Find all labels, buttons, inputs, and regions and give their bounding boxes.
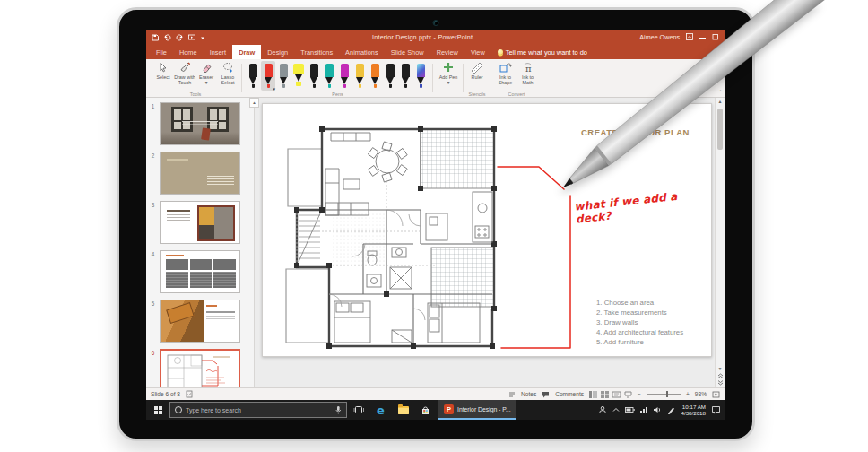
- start-button[interactable]: [146, 400, 169, 420]
- pen-teal[interactable]: [322, 61, 336, 91]
- pen-red[interactable]: ▾: [261, 61, 275, 91]
- tab-animations[interactable]: Animations: [339, 45, 385, 59]
- svg-text:π: π: [525, 64, 532, 74]
- lasso-select-button[interactable]: Lasso Select: [217, 60, 239, 85]
- thumbnail-image-1[interactable]: [160, 102, 240, 145]
- group-stencils: Ruler Stencils: [464, 60, 490, 98]
- thumbnail-image-6[interactable]: [160, 349, 240, 392]
- ink-to-shape-button[interactable]: Ink to Shape: [494, 60, 516, 85]
- thumbnail-slide-1[interactable]: 1: [146, 102, 254, 145]
- slide-canvas-area: CREATE A FLOOR PLAN: [255, 98, 715, 387]
- select-button[interactable]: Select: [152, 60, 174, 80]
- tab-view[interactable]: View: [464, 45, 491, 59]
- network-icon[interactable]: [640, 406, 648, 413]
- zoom-slider-thumb[interactable]: [666, 391, 669, 397]
- pen-tray-icon[interactable]: [667, 406, 675, 414]
- next-slide-icon[interactable]: [717, 380, 724, 386]
- task-view-icon[interactable]: [347, 400, 369, 420]
- highlighter-yellow[interactable]: [291, 61, 306, 91]
- pen-sparkle-1[interactable]: [383, 61, 397, 91]
- thumbnail-slide-2[interactable]: 2: [146, 152, 254, 195]
- mic-icon[interactable]: [334, 405, 342, 414]
- ruler-button[interactable]: Ruler: [467, 60, 487, 80]
- select-icon: [152, 61, 174, 74]
- tab-draw[interactable]: Draw: [232, 45, 261, 59]
- eraser-button[interactable]: Eraser ▾: [195, 60, 217, 85]
- comments-label[interactable]: Comments: [555, 391, 584, 397]
- slide-6-canvas[interactable]: CREATE A FLOOR PLAN: [262, 103, 712, 357]
- spellcheck-icon[interactable]: [186, 390, 193, 398]
- start-from-beginning-icon[interactable]: [188, 34, 195, 41]
- add-pen-button[interactable]: Add Pen ▾: [437, 60, 460, 85]
- thumbnail-image-5[interactable]: [160, 300, 240, 343]
- view-reading-icon[interactable]: [612, 391, 621, 398]
- vertical-scrollbar[interactable]: ▲ ▼: [715, 98, 725, 387]
- taskbar-search-box[interactable]: Type here to search: [169, 402, 347, 418]
- comments-icon[interactable]: [542, 391, 550, 398]
- thumbnail-image-3[interactable]: [160, 201, 240, 244]
- ribbon-display-options-icon[interactable]: [686, 33, 693, 42]
- zoom-level[interactable]: 93%: [695, 391, 707, 397]
- tab-insert[interactable]: Insert: [204, 45, 232, 59]
- pen-orange[interactable]: [368, 61, 382, 91]
- pen-black-1[interactable]: [246, 61, 260, 91]
- save-icon[interactable]: [152, 34, 159, 41]
- pen-sparkle-2[interactable]: [398, 61, 412, 91]
- ink-to-math-button[interactable]: π Ink to Math: [516, 60, 539, 85]
- fit-slide-icon[interactable]: [712, 391, 720, 398]
- thumbnail-slide-3[interactable]: 3: [146, 201, 254, 244]
- restore-icon[interactable]: [712, 33, 719, 42]
- pen-gold[interactable]: [352, 61, 367, 91]
- slide-indicator[interactable]: Slide 6 of 8: [151, 391, 180, 397]
- tell-me-box[interactable]: Tell me what you want to do: [491, 45, 594, 59]
- file-explorer-icon[interactable]: [392, 400, 414, 420]
- people-icon[interactable]: [598, 405, 607, 414]
- tab-file[interactable]: File: [150, 45, 173, 59]
- tab-review[interactable]: Review: [430, 45, 464, 59]
- group-pens: ▾ Pens: [242, 60, 433, 98]
- tab-slide-show[interactable]: Slide Show: [385, 45, 430, 59]
- view-slide-sorter-icon[interactable]: [601, 391, 609, 398]
- thumbnail-image-4[interactable]: [160, 250, 240, 293]
- previous-slide-icon[interactable]: [717, 373, 724, 378]
- taskbar-powerpoint-button[interactable]: P Interior Design - P...: [438, 400, 516, 420]
- store-icon[interactable]: [414, 400, 437, 420]
- minimize-icon[interactable]: [699, 33, 706, 42]
- notes-label[interactable]: Notes: [521, 391, 536, 397]
- thumbnail-scroll-up-icon[interactable]: ▲: [249, 98, 259, 108]
- view-slideshow-icon[interactable]: [624, 391, 632, 398]
- undo-icon[interactable]: [163, 34, 171, 41]
- battery-icon[interactable]: [625, 406, 635, 413]
- scroll-up-icon[interactable]: ▲: [716, 99, 725, 104]
- pen-black-2[interactable]: [307, 61, 321, 91]
- tab-transitions[interactable]: Transitions: [294, 45, 339, 59]
- volume-icon[interactable]: [654, 406, 662, 413]
- signed-in-user[interactable]: Aimee Owens: [639, 33, 680, 41]
- eraser-dropdown-caret[interactable]: ▾: [195, 80, 217, 85]
- taskbar-clock[interactable]: 10:17 AM 4/30/2018: [681, 404, 706, 416]
- collapse-ribbon-icon[interactable]: ⌃: [718, 89, 723, 95]
- pen-galaxy[interactable]: [413, 61, 428, 91]
- thumbnail-slide-4[interactable]: 4: [146, 250, 254, 293]
- thumbnail-slide-6[interactable]: 6: [146, 349, 254, 392]
- quick-access-toolbar: [152, 34, 205, 41]
- notes-icon[interactable]: [508, 391, 516, 398]
- edge-icon[interactable]: e: [369, 400, 392, 420]
- zoom-in-icon[interactable]: +: [686, 391, 690, 397]
- pen-gray[interactable]: [276, 61, 291, 91]
- view-normal-icon[interactable]: [589, 391, 597, 398]
- draw-with-touch-button[interactable]: Draw with Touch: [174, 60, 195, 85]
- thumbnail-image-2[interactable]: [160, 152, 240, 195]
- redo-icon[interactable]: [176, 34, 184, 41]
- zoom-out-icon[interactable]: −: [638, 391, 641, 397]
- pen-magenta[interactable]: [337, 61, 352, 91]
- tab-design[interactable]: Design: [261, 45, 294, 59]
- scrollbar-thumb[interactable]: [717, 109, 723, 150]
- chevron-up-icon[interactable]: [612, 407, 620, 413]
- scroll-down-icon[interactable]: ▼: [718, 366, 723, 371]
- thumbnail-slide-5[interactable]: 5: [146, 300, 254, 343]
- system-tray: 10:17 AM 4/30/2018: [598, 400, 725, 420]
- zoom-slider[interactable]: [647, 394, 681, 395]
- action-center-icon[interactable]: [711, 405, 721, 414]
- tab-home[interactable]: Home: [173, 45, 204, 59]
